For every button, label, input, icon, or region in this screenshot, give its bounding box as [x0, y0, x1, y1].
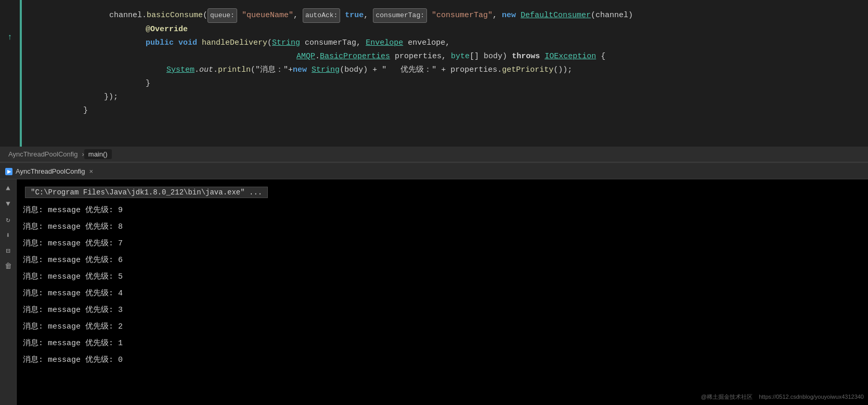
- output-line-3: 消息: message 优先级: 7: [17, 236, 868, 252]
- watermark: @稀土掘金技术社区 https://0512.csdnblog/youyoiwu…: [701, 393, 864, 401]
- watermark-brand: @稀土掘金技术社区: [701, 394, 753, 400]
- console-tab-icon: ▶: [5, 168, 12, 175]
- code-line-8: }: [20, 104, 868, 117]
- code-line-7: });: [20, 90, 868, 104]
- code-line-1: channel.basicConsume(queue: "queueName",…: [20, 8, 868, 23]
- download-button[interactable]: ⬇: [3, 229, 14, 241]
- editor-gutter: ↑: [0, 0, 20, 147]
- output-line-6: 消息: message 优先级: 4: [17, 285, 868, 302]
- watermark-url: https://0512.csdnblog/youyoiwux4312340: [759, 394, 864, 400]
- breadcrumb-bar: AyncThreadPoolConfig › main(): [0, 147, 868, 162]
- code-lines: channel.basicConsume(queue: "queueName",…: [20, 4, 868, 122]
- vertical-indicator: [20, 0, 22, 147]
- code-line-4: AMQP.BasicProperties properties, byte[] …: [20, 50, 868, 63]
- output-line-4: 消息: message 优先级: 6: [17, 252, 868, 269]
- code-line-3: public void handleDelivery(String consum…: [20, 36, 868, 50]
- console-tab[interactable]: ▶ AyncThreadPoolConfig ×: [0, 164, 98, 179]
- output-line-9: 消息: message 优先级: 1: [17, 335, 868, 352]
- output-line-5: 消息: message 优先级: 5: [17, 269, 868, 285]
- console-wrapper: ▶ AyncThreadPoolConfig × ▲ ▼ ↻ ⬇ ⊟ 🗑 "C:…: [0, 164, 868, 405]
- down-arrow-button[interactable]: ▼: [3, 198, 14, 210]
- main-layout: ↑ channel.basicConsume(queue: "queueName…: [0, 0, 868, 405]
- console-header: ▶ AyncThreadPoolConfig ×: [0, 164, 868, 179]
- console-path-container: "C:\Program Files\Java\jdk1.8.0_212\bin\…: [17, 182, 868, 202]
- output-line-1: 消息: message 优先级: 9: [17, 202, 868, 219]
- code-line-5: System.out.println("消息："+new String(body…: [20, 63, 868, 77]
- output-line-8: 消息: message 优先级: 2: [17, 319, 868, 335]
- code-line-2: @Override: [20, 23, 868, 36]
- console-tab-label: AyncThreadPoolConfig: [16, 167, 85, 175]
- code-editor: ↑ channel.basicConsume(queue: "queueName…: [0, 0, 868, 147]
- print-button[interactable]: ⊟: [3, 245, 14, 256]
- output-line-2: 消息: message 优先级: 8: [17, 219, 868, 236]
- breadcrumb-item-2[interactable]: main(): [84, 149, 112, 159]
- console-panel: ▲ ▼ ↻ ⬇ ⊟ 🗑 "C:\Program Files\Java\jdk1.…: [0, 179, 868, 405]
- breadcrumb-item-1[interactable]: AyncThreadPoolConfig: [4, 149, 82, 159]
- console-sidebar: ▲ ▼ ↻ ⬇ ⊟ 🗑: [0, 179, 17, 405]
- console-output: "C:\Program Files\Java\jdk1.8.0_212\bin\…: [17, 179, 868, 405]
- output-line-10: 消息: message 优先级: 0: [17, 352, 868, 369]
- output-line-7: 消息: message 优先级: 3: [17, 302, 868, 319]
- console-path-line: "C:\Program Files\Java\jdk1.8.0_212\bin\…: [25, 187, 268, 198]
- gutter-up-arrow: ↑: [7, 33, 12, 42]
- trash-button[interactable]: 🗑: [3, 260, 14, 272]
- up-arrow-button[interactable]: ▲: [3, 182, 14, 194]
- console-tab-close[interactable]: ×: [89, 167, 93, 175]
- reload-button[interactable]: ↻: [3, 214, 14, 225]
- code-line-6: }: [20, 77, 868, 90]
